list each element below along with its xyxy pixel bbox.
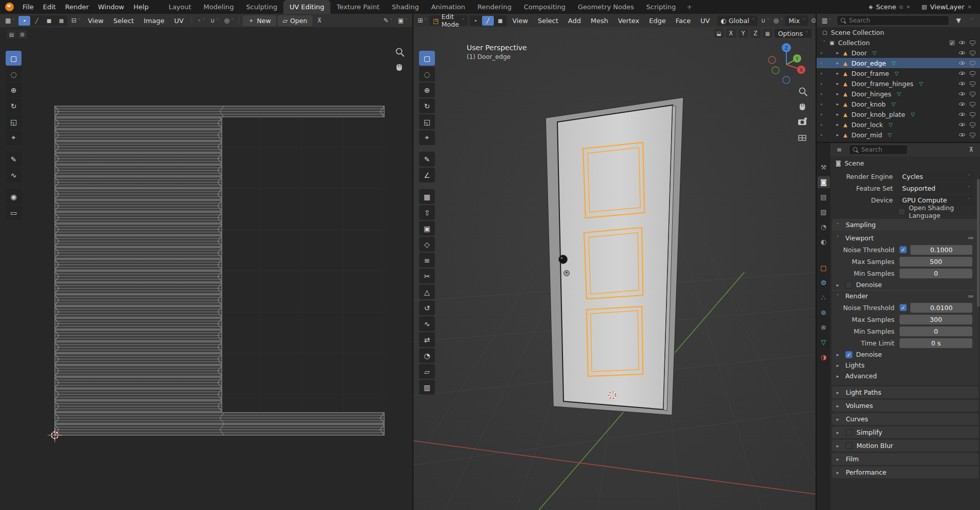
tool-edge-slide[interactable]: ⇄ bbox=[419, 332, 435, 347]
disclosure-icon[interactable]: ▸ bbox=[834, 81, 841, 86]
time-limit-field[interactable]: 0 s bbox=[900, 338, 972, 348]
outliner-item-door-edge[interactable]: ▸ ▲ Door_edge ▽ bbox=[817, 58, 980, 68]
editor-type-button[interactable]: ▥˅ bbox=[820, 15, 833, 26]
osl-checkbox[interactable] bbox=[898, 208, 905, 215]
overlays-button[interactable]: ⊙˅ bbox=[810, 15, 816, 26]
disclosure-icon[interactable]: ˅ bbox=[821, 40, 828, 45]
tab-compositing[interactable]: Compositing bbox=[517, 0, 572, 14]
tab-uv-editing[interactable]: UV Editing bbox=[283, 0, 330, 14]
viewport-canvas[interactable]: Z Y X bbox=[413, 14, 816, 510]
vp-menu-add[interactable]: Add bbox=[564, 16, 585, 26]
outliner-item-collection[interactable]: ˅ ▣ Collection bbox=[817, 37, 980, 48]
tool-add-cube[interactable]: ▦ bbox=[419, 189, 435, 204]
mix-dropdown[interactable]: Mix˅ bbox=[785, 15, 808, 26]
tab-world-properties[interactable]: ◐ bbox=[818, 236, 830, 248]
outliner-item-door-knob-plate[interactable]: ▸ ▲ Door_knob_plate ▽ bbox=[817, 109, 980, 119]
preset-menu-icon[interactable]: ≔ bbox=[968, 234, 974, 241]
disable-render-icon[interactable] bbox=[969, 80, 976, 87]
sampling-section-header[interactable]: ˅Sampling bbox=[832, 219, 978, 231]
vp-menu-face[interactable]: Face bbox=[672, 16, 695, 26]
menu-help[interactable]: Help bbox=[129, 2, 154, 12]
menu-render[interactable]: Render bbox=[60, 2, 93, 12]
viewlayer-selector[interactable]: ▧ ViewLayer ✕ bbox=[919, 2, 975, 12]
outliner-item-door-frame-hinges[interactable]: ▸ ▲ Door_frame_hinges ▽ bbox=[817, 78, 980, 89]
viewport-subpanel-header[interactable]: ˅Viewport ≔ bbox=[832, 232, 978, 243]
viewport-max-samples-field[interactable]: 500 bbox=[900, 257, 972, 267]
new-scene-icon[interactable]: ⧉ bbox=[900, 4, 903, 10]
edge-select-icon[interactable]: ╱ bbox=[482, 16, 494, 26]
tool-knife[interactable]: ✂ bbox=[419, 269, 435, 283]
outliner-item-door-lock[interactable]: ▸ ▲ Door_lock ▽ bbox=[817, 119, 980, 130]
hide-eye-icon[interactable] bbox=[958, 49, 966, 56]
render-denoise-row[interactable]: ▸ Denoise bbox=[832, 349, 978, 360]
outliner-search[interactable] bbox=[837, 15, 949, 26]
tab-scene-properties[interactable]: ◔ bbox=[818, 221, 830, 233]
simplify-section-header[interactable]: ▸ Simplify bbox=[832, 426, 978, 438]
disable-render-icon[interactable] bbox=[969, 39, 976, 46]
disable-render-icon[interactable] bbox=[969, 101, 976, 108]
tab-modifier-properties[interactable]: ⚙ bbox=[818, 277, 830, 289]
disclosure-icon[interactable]: ▸ bbox=[834, 112, 841, 117]
hide-eye-icon[interactable] bbox=[958, 100, 966, 108]
hide-eye-icon[interactable] bbox=[958, 39, 966, 46]
tool-cursor[interactable]: ⌖ bbox=[6, 130, 22, 145]
tool-loop-cut[interactable]: ≡ bbox=[419, 253, 435, 268]
tool-smooth[interactable]: ∿ bbox=[419, 316, 435, 331]
uv-menu-select[interactable]: Select bbox=[109, 16, 138, 26]
gizmo-neg-z[interactable] bbox=[783, 76, 790, 84]
mirror-x-button[interactable]: X bbox=[726, 29, 736, 38]
volumes-section-header[interactable]: ▸Volumes bbox=[832, 400, 978, 412]
hide-eye-icon[interactable] bbox=[958, 70, 966, 77]
render-subpanel-header[interactable]: ˅Render ≔ bbox=[832, 290, 978, 301]
disable-render-icon[interactable] bbox=[969, 121, 976, 128]
uv-select-island-icon[interactable]: ▩ bbox=[55, 16, 67, 26]
disable-render-icon[interactable] bbox=[969, 132, 976, 138]
uv-select-edge-icon[interactable]: ╱ bbox=[31, 16, 43, 26]
snap-button[interactable]: ∪˅ bbox=[759, 15, 770, 26]
unlink-scene-icon[interactable]: ✕ bbox=[906, 4, 910, 10]
tool-rotate[interactable]: ↻ bbox=[6, 98, 22, 113]
viewport-denoise-checkbox[interactable] bbox=[845, 281, 852, 289]
disable-render-icon[interactable] bbox=[969, 111, 976, 118]
tab-physics-properties[interactable]: ⊚ bbox=[818, 307, 830, 318]
tool-pinch[interactable]: ▭ bbox=[6, 205, 22, 220]
pivot-point-button[interactable]: ◦˅ bbox=[196, 15, 207, 26]
tool-select-circle[interactable]: ◌ bbox=[419, 67, 435, 81]
outliner-item-door[interactable]: ▸ ▲ Door ▽ bbox=[817, 48, 980, 58]
snap-grid-icon[interactable]: ▦ bbox=[763, 29, 773, 38]
scene-selector[interactable]: ◈ Scene ⧉ ✕ bbox=[865, 2, 913, 12]
hide-eye-icon[interactable] bbox=[958, 80, 966, 87]
editor-type-button[interactable]: ▦˅ bbox=[3, 15, 16, 26]
tab-rendering[interactable]: Rendering bbox=[471, 0, 517, 14]
uv-menu-image[interactable]: Image bbox=[139, 16, 169, 26]
tab-render-properties[interactable]: ◙ bbox=[818, 176, 830, 188]
sticky-select-button[interactable]: ⊟˅ bbox=[69, 15, 82, 26]
tab-scripting[interactable]: Scripting bbox=[640, 0, 682, 14]
viewport-pan-hand-icon[interactable] bbox=[800, 104, 805, 110]
vp-menu-uv[interactable]: UV bbox=[696, 16, 714, 26]
tab-tool-properties[interactable]: ⚒ bbox=[818, 161, 830, 173]
uv-overlay-toggle-icon[interactable]: ▤ bbox=[7, 30, 16, 39]
tool-poly-build[interactable]: △ bbox=[419, 284, 435, 299]
light-paths-section-header[interactable]: ▸Light Paths bbox=[832, 386, 978, 398]
tool-annotate[interactable]: ✎ bbox=[419, 152, 435, 167]
editor-type-button[interactable]: ⊞˅ bbox=[416, 15, 428, 26]
tool-rotate[interactable]: ↻ bbox=[419, 98, 435, 113]
tool-annotate[interactable]: ✎ bbox=[6, 152, 22, 167]
annotate-dropdown-button[interactable]: ✎˅ bbox=[382, 15, 394, 26]
render-min-samples-field[interactable]: 0 bbox=[900, 327, 972, 336]
tab-object-properties[interactable]: □ bbox=[818, 262, 830, 274]
uv-menu-uv[interactable]: UV bbox=[170, 16, 187, 26]
hide-eye-icon[interactable] bbox=[958, 59, 966, 67]
tool-transform[interactable]: ⌖ bbox=[419, 130, 435, 145]
image-settings-button[interactable]: ▣˅ bbox=[396, 15, 409, 26]
mirror-z-button[interactable]: Z bbox=[750, 29, 761, 38]
proportional-edit-button[interactable]: ◎˅ bbox=[772, 15, 783, 26]
disclosure-icon[interactable]: ▸ bbox=[834, 101, 841, 107]
motion-blur-checkbox[interactable] bbox=[846, 442, 852, 449]
hide-eye-icon[interactable] bbox=[958, 90, 966, 97]
tool-move[interactable]: ⊕ bbox=[6, 83, 22, 97]
door-object[interactable] bbox=[546, 97, 683, 415]
tool-select-circle[interactable]: ◌ bbox=[6, 67, 22, 81]
feature-set-dropdown[interactable]: Supported˅ bbox=[898, 183, 974, 193]
